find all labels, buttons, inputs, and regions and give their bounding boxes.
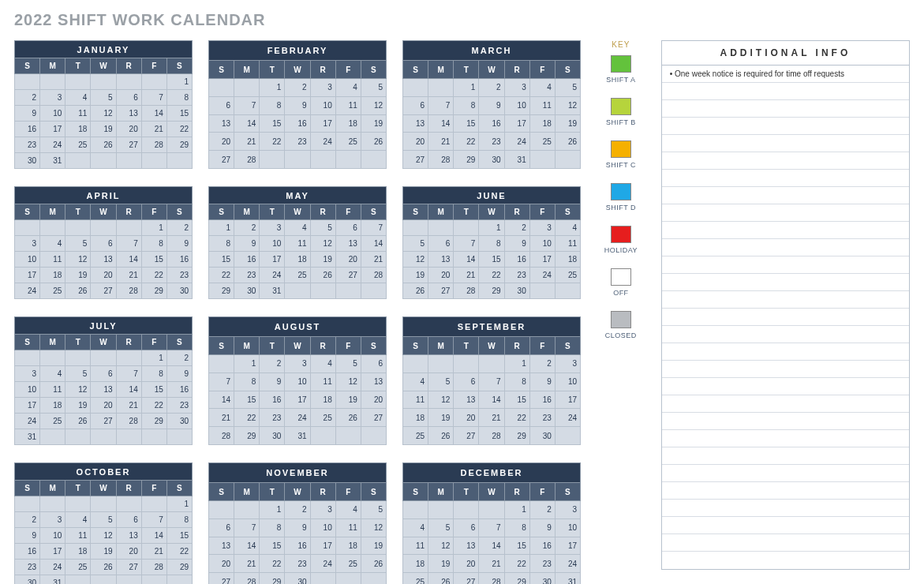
day-cell[interactable] [310,573,335,584]
day-cell[interactable]: 29 [141,283,166,299]
day-cell[interactable] [285,283,310,299]
day-cell[interactable]: 10 [285,372,310,391]
day-cell[interactable]: 24 [15,283,40,299]
info-row[interactable] [662,500,909,517]
day-cell[interactable]: 22 [260,555,285,573]
day-cell[interactable]: 16 [15,122,40,137]
day-cell[interactable]: 10 [310,518,335,537]
info-row[interactable] [662,204,909,222]
day-cell[interactable]: 28 [454,283,479,299]
day-cell[interactable]: 30 [285,573,310,584]
info-row[interactable] [662,309,909,326]
day-cell[interactable]: 16 [234,252,260,268]
day-cell[interactable]: 23 [260,409,285,427]
day-cell[interactable]: 4 [529,78,555,96]
day-cell[interactable] [361,151,386,169]
day-cell[interactable]: 5 [428,518,454,537]
day-cell[interactable]: 12 [91,106,116,122]
day-cell[interactable]: 21 [116,398,141,414]
day-cell[interactable] [260,151,285,169]
day-cell[interactable]: 4 [310,354,335,372]
day-cell[interactable]: 2 [15,90,40,106]
info-row[interactable] [662,343,909,361]
day-cell[interactable]: 17 [555,391,580,409]
day-cell[interactable]: 7 [428,96,454,114]
day-cell[interactable]: 15 [504,537,529,555]
day-cell[interactable]: 12 [428,537,454,555]
day-cell[interactable]: 29 [166,137,192,153]
day-cell[interactable]: 13 [116,106,141,122]
day-cell[interactable]: 26 [335,409,361,427]
day-cell[interactable]: 24 [310,133,335,151]
day-cell[interactable]: 5 [555,78,580,96]
info-row[interactable] [662,326,909,343]
info-row[interactable] [662,291,909,309]
day-cell[interactable]: 25 [285,268,310,283]
day-cell[interactable]: 20 [361,391,386,409]
day-cell[interactable]: 29 [504,427,529,445]
day-cell[interactable]: 21 [209,409,234,427]
day-cell[interactable]: 16 [529,537,555,555]
day-cell[interactable]: 15 [234,391,260,409]
day-cell[interactable]: 17 [285,391,310,409]
day-cell[interactable]: 15 [166,528,192,544]
day-cell[interactable] [65,575,91,585]
day-cell[interactable]: 4 [40,366,65,382]
day-cell[interactable]: 2 [504,220,529,236]
day-cell[interactable] [361,283,386,299]
day-cell[interactable]: 15 [260,537,285,555]
day-cell[interactable]: 18 [40,268,65,283]
day-cell[interactable]: 2 [234,220,260,236]
day-cell[interactable]: 25 [403,427,428,445]
day-cell[interactable]: 30 [166,414,192,429]
day-cell[interactable]: 14 [116,252,141,268]
day-cell[interactable]: 6 [116,512,141,528]
day-cell[interactable]: 4 [65,512,91,528]
info-row[interactable] [662,395,909,413]
day-cell[interactable]: 30 [15,575,40,585]
day-cell[interactable]: 23 [285,555,310,573]
day-cell[interactable]: 25 [310,409,335,427]
day-cell[interactable]: 1 [166,496,192,512]
day-cell[interactable]: 10 [15,252,40,268]
day-cell[interactable]: 31 [40,575,65,585]
day-cell[interactable]: 15 [260,114,285,133]
day-cell[interactable]: 7 [141,90,166,106]
day-cell[interactable]: 8 [479,236,504,252]
day-cell[interactable]: 27 [91,283,116,299]
day-cell[interactable]: 12 [335,372,361,391]
day-cell[interactable]: 3 [310,500,335,518]
day-cell[interactable]: 17 [15,268,40,283]
info-row[interactable] [662,83,909,100]
day-cell[interactable]: 15 [141,382,166,398]
day-cell[interactable]: 28 [116,414,141,429]
day-cell[interactable]: 29 [479,283,504,299]
day-cell[interactable]: 4 [285,220,310,236]
day-cell[interactable]: 16 [529,391,555,409]
day-cell[interactable]: 26 [65,283,91,299]
day-cell[interactable]: 9 [234,236,260,252]
day-cell[interactable]: 11 [403,537,428,555]
day-cell[interactable]: 14 [116,382,141,398]
day-cell[interactable]: 14 [479,537,504,555]
day-cell[interactable] [166,575,192,585]
day-cell[interactable]: 22 [454,133,479,151]
day-cell[interactable] [335,151,361,169]
day-cell[interactable]: 4 [403,518,428,537]
day-cell[interactable]: 14 [479,391,504,409]
day-cell[interactable] [285,151,310,169]
day-cell[interactable]: 3 [555,354,580,372]
day-cell[interactable]: 1 [504,354,529,372]
day-cell[interactable]: 26 [428,427,454,445]
day-cell[interactable]: 13 [209,114,234,133]
day-cell[interactable]: 2 [479,78,504,96]
info-row[interactable] [662,135,909,152]
day-cell[interactable]: 3 [15,236,40,252]
day-cell[interactable]: 12 [65,252,91,268]
day-cell[interactable] [65,220,91,236]
day-cell[interactable] [15,220,40,236]
day-cell[interactable]: 19 [555,114,580,133]
day-cell[interactable] [529,151,555,169]
day-cell[interactable]: 10 [40,106,65,122]
day-cell[interactable]: 5 [310,220,335,236]
